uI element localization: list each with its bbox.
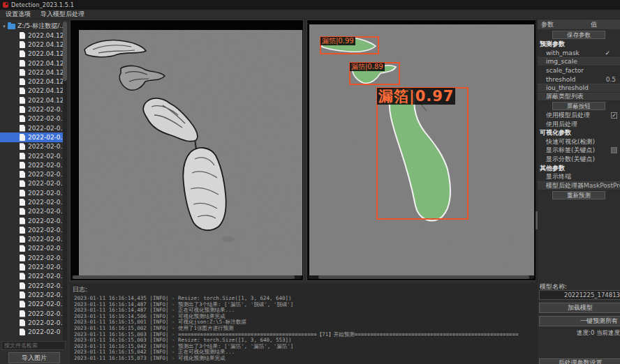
tree-file-label: 2022-02-0... xyxy=(28,115,64,122)
tree-file-item[interactable]: 2022.04.12... xyxy=(0,96,64,105)
tree-file-item[interactable]: 2022-02-0... xyxy=(0,216,64,225)
filename-search-input[interactable] xyxy=(1,341,66,350)
param-section-header: 预测参数 xyxy=(538,40,620,49)
detection-label: 漏箔|0.99 xyxy=(320,37,355,45)
tree-file-item[interactable]: 2022-02-0... xyxy=(0,188,64,197)
tree-file-item[interactable]: 2022.04.12... xyxy=(0,59,64,68)
tree-root-folder[interactable]: ▾ Z:/5-标注数据/... xyxy=(0,22,64,31)
tree-file-item[interactable]: 2022.04.12... xyxy=(0,86,64,96)
file-icon xyxy=(20,190,25,197)
right-image-hscroll-thumb[interactable] xyxy=(318,275,529,279)
tree-file-item[interactable]: 2022.04.12... xyxy=(0,68,64,77)
tree-file-item[interactable]: 2022-02-0... xyxy=(0,318,64,327)
param-row[interactable]: threshold0.5 xyxy=(538,75,620,84)
tree-file-item[interactable]: 2022-02-0... xyxy=(0,132,64,142)
menubar: 设置选项 导入模型后处理 xyxy=(0,10,620,20)
tree-file-item[interactable]: 2022-02-0... xyxy=(0,300,64,309)
tree-file-item[interactable]: 2022-02-0... xyxy=(0,235,64,244)
tree-file-item[interactable]: 2022-02-0... xyxy=(0,105,64,114)
file-tree: ▾ Z:/5-标注数据/... 2022.04.12...2022.04.12.… xyxy=(0,22,64,342)
tree-file-item[interactable]: 2022-02-0... xyxy=(0,151,64,160)
tree-file-item[interactable]: 2022-02-0... xyxy=(0,160,64,169)
folder-icon xyxy=(8,24,15,29)
param-row[interactable]: 模型后处理器MaskPostPro xyxy=(538,181,620,190)
param-row[interactable]: 屏蔽类型列表 xyxy=(538,93,620,102)
param-label: img_scale xyxy=(546,58,577,65)
tree-file-item[interactable]: 2022-02-0... xyxy=(0,179,64,188)
titlebar: Detection_2023.1.5.1 xyxy=(0,0,620,10)
param-label: 模型后处理器 xyxy=(546,181,584,190)
param-button-保存参数[interactable]: 保存参数 xyxy=(552,31,605,39)
tree-file-item[interactable]: 2022-02-0... xyxy=(0,142,64,151)
param-row[interactable]: img_scale xyxy=(538,57,620,66)
param-row[interactable]: 使用后处理 xyxy=(538,120,620,129)
tree-file-label: 2022-02-0... xyxy=(28,227,64,234)
model-name-field[interactable]: 20221225_174813 xyxy=(539,290,620,300)
tree-file-label: 2022.04.12... xyxy=(28,41,64,48)
postprocess-params-button[interactable]: 后处理参数设置 xyxy=(539,358,620,364)
tree-file-item[interactable]: 2022.04.12... xyxy=(0,31,64,40)
prediction-image-canvas[interactable]: 漏箔|0.99漏箔|0.89漏箔|0.97 xyxy=(309,24,534,275)
tree-file-item[interactable]: 2022-02-0... xyxy=(0,225,64,234)
tree-file-label: 2022-02-0... xyxy=(28,301,64,308)
tree-file-item[interactable]: 2022-02-0 xyxy=(0,328,64,337)
tree-file-item[interactable]: 2022-02-0... xyxy=(0,253,64,262)
param-row[interactable]: 显示标签(关键点) xyxy=(538,146,620,156)
tree-file-item[interactable]: 2022-02-0... xyxy=(0,197,64,206)
param-checkbox[interactable]: ✓ xyxy=(611,112,617,119)
tree-file-item[interactable]: 2022-02-0... xyxy=(0,290,64,299)
tree-file-item[interactable]: 2022-02-0... xyxy=(0,114,64,123)
file-icon xyxy=(20,245,25,252)
file-icon xyxy=(20,60,25,67)
menu-settings[interactable]: 设置选项 xyxy=(6,10,31,19)
source-image-canvas[interactable] xyxy=(79,30,302,275)
param-label: 显示终端 xyxy=(546,172,571,181)
menu-import-postprocess[interactable]: 导入模型后处理 xyxy=(40,10,84,19)
file-icon xyxy=(20,143,25,150)
params-panel: 参数 值 保存参数预测参数with_mask✓img_scalescale_fa… xyxy=(538,20,620,364)
file-icon xyxy=(20,273,25,280)
param-button-重新预测[interactable]: 重新预测 xyxy=(552,191,605,199)
speed-status-text: 速度:0 当前速度 xyxy=(577,329,620,338)
file-icon xyxy=(20,264,25,271)
load-model-button[interactable]: 加载模型 xyxy=(539,303,620,313)
tree-file-item[interactable]: 2022-02-0... xyxy=(0,281,64,290)
chevron-down-icon[interactable]: ▾ xyxy=(1,24,7,29)
tree-file-item[interactable]: 2022-02-0... xyxy=(0,272,64,281)
tree-file-label: 2022-02-0... xyxy=(28,106,64,113)
param-label: 使用后处理 xyxy=(546,120,577,129)
left-image-hscroll-thumb[interactable] xyxy=(73,275,295,279)
left-image-hscrollbar[interactable] xyxy=(72,275,302,279)
tree-file-item[interactable]: 2022.04.12... xyxy=(0,77,64,86)
tree-file-item[interactable]: 2022-02-0... xyxy=(0,309,64,318)
tree-file-item[interactable]: 2022-02-0... xyxy=(0,169,64,179)
window-title: Detection_2023.1.5.1 xyxy=(11,2,74,8)
tree-scrollbar-thumb[interactable] xyxy=(63,22,67,81)
param-row[interactable]: 快速可视化(检测) xyxy=(538,137,620,146)
param-row[interactable]: 显示分数(关键点) xyxy=(538,155,620,164)
tree-file-item[interactable]: 2022-02-0... xyxy=(0,123,64,132)
right-image-hscrollbar[interactable] xyxy=(309,275,534,279)
tree-file-item[interactable]: 2022.04.12... xyxy=(0,40,64,49)
param-row[interactable]: with_mask✓ xyxy=(538,49,620,58)
prediction-image-panel: 漏箔|0.99漏箔|0.89漏箔|0.97 xyxy=(307,20,536,281)
param-checkbox[interactable] xyxy=(611,147,617,153)
param-button-row: 屏蔽按钮 xyxy=(538,101,620,111)
file-icon xyxy=(20,328,25,335)
tree-scrollbar[interactable] xyxy=(63,22,67,341)
tree-file-item[interactable]: 2022.04.12... xyxy=(0,50,64,59)
import-image-button[interactable]: 导入图片 xyxy=(8,352,60,363)
param-row[interactable]: 显示终端 xyxy=(538,172,620,181)
param-row[interactable]: iou_threshold xyxy=(538,84,620,93)
param-row[interactable]: 使用模型后处理✓ xyxy=(538,111,620,120)
file-icon xyxy=(20,32,25,39)
param-button-屏蔽按钮[interactable]: 屏蔽按钮 xyxy=(552,102,605,110)
param-label: 使用模型后处理 xyxy=(546,111,590,120)
predict-all-button[interactable]: 一键预测所有 xyxy=(539,316,620,326)
param-row[interactable]: scale_factor xyxy=(538,66,620,75)
param-label: 显示分数(关键点) xyxy=(546,155,595,164)
tree-file-item[interactable]: 2022-02-0... xyxy=(0,262,64,271)
file-icon xyxy=(20,87,25,94)
tree-file-item[interactable]: 2022-02-0... xyxy=(0,207,64,216)
tree-file-item[interactable]: 2022-02-0... xyxy=(0,244,64,253)
